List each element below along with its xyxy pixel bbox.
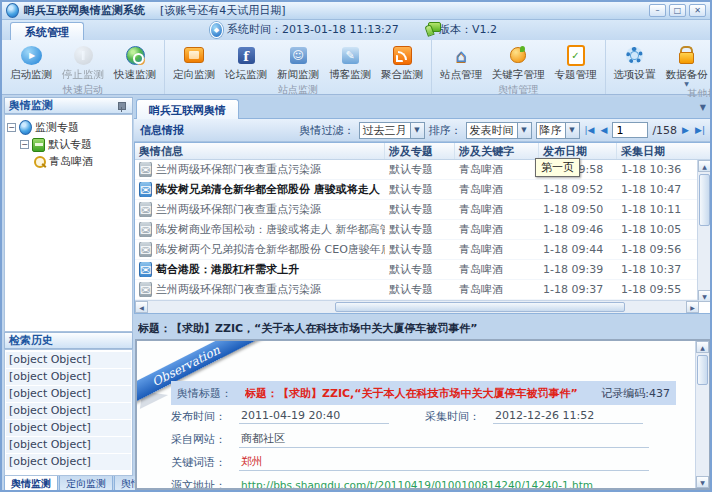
pin-icon[interactable] bbox=[115, 99, 128, 112]
publish-date-cell: 1-18 09:37 bbox=[539, 283, 617, 296]
maximize-button[interactable]: □ bbox=[669, 4, 686, 17]
scroll-up-icon[interactable]: ▲ bbox=[696, 341, 709, 353]
toolbar-group-quick: 启动监测 ▼ 停止监测 ▼ 快速监测 ▼ 快速启动 bbox=[2, 40, 165, 94]
detail-title-value[interactable]: 标题：【求助】ZZIC,“关于本人在科技市场中关大厦停车被罚事件” bbox=[245, 386, 578, 401]
dock-tab[interactable]: 定向监测 bbox=[59, 476, 113, 492]
column-header[interactable]: 涉及关键字 bbox=[455, 143, 539, 159]
opinion-title-cell: 陈发树商业帝国松动：唐骏或将走人 新华都高管减持 bbox=[135, 222, 385, 237]
topic-cell: 默认专题 bbox=[385, 282, 455, 297]
toolbar-button[interactable]: 定向监测 ▼ bbox=[168, 42, 220, 82]
history-item[interactable]: [object Object] bbox=[6, 403, 131, 419]
scrollbar-thumb[interactable] bbox=[699, 174, 710, 226]
history-item[interactable]: [object Object] bbox=[6, 437, 131, 453]
tree-expander-icon[interactable]: − bbox=[20, 140, 29, 149]
collect-date-cell: 1-18 10:11 bbox=[617, 203, 697, 216]
column-header[interactable]: 涉及专题 bbox=[385, 143, 455, 159]
record-code: 记录编码:437 bbox=[601, 386, 670, 401]
topic-tree: − 监测专题 − 默认专题 青岛啤酒 bbox=[4, 114, 133, 332]
mail-icon bbox=[139, 243, 152, 256]
tab-internet-opinion[interactable]: 哨兵互联网舆情 bbox=[136, 99, 239, 119]
tree-expander-icon[interactable]: − bbox=[7, 123, 16, 132]
table-row[interactable]: 萄合港股：港股杠杆需求上升 默认专题 青岛啤酒 1-18 09:39 1-18 … bbox=[135, 260, 711, 280]
table-row[interactable]: 陈发树两个兄弟拟清仓新华都股份 CEO唐骏年底或辞职 默认专题 青岛啤酒 1-1… bbox=[135, 240, 711, 260]
site-label: 采自网站： bbox=[171, 432, 239, 447]
scrollbar-thumb[interactable] bbox=[697, 355, 708, 385]
toolbar-group-other: 选项设置 ▼ 数据备份 ▼ 关于 ▼ bbox=[606, 40, 712, 94]
prev-page-button[interactable]: ◀ bbox=[599, 125, 608, 135]
toolbar-button-icon bbox=[339, 44, 361, 66]
table-horizontal-scrollbar[interactable]: ◀ ▶ bbox=[135, 300, 699, 313]
toolbar-button[interactable]: 聚合监测 ▼ bbox=[376, 42, 428, 82]
next-page-button[interactable]: ▶ bbox=[681, 125, 690, 135]
tree-node-monitor-topics[interactable]: − 监测专题 bbox=[7, 119, 130, 136]
toolbar-button[interactable]: 新闻监测 ▼ bbox=[272, 42, 324, 82]
collect-date-cell: 1-18 10:05 bbox=[617, 223, 697, 236]
toolbar-button-icon bbox=[183, 44, 205, 66]
opinion-title-cell: 兰州两级环保部门夜查重点污染源 bbox=[135, 282, 385, 297]
chevron-down-icon[interactable]: ▼ bbox=[565, 123, 579, 138]
table-row[interactable]: 陈发树商业帝国松动：唐骏或将走人 新华都高管减持 默认专题 青岛啤酒 1-18 … bbox=[135, 220, 711, 240]
opinion-title: 兰州两级环保部门夜查重点污染源 bbox=[156, 162, 321, 177]
toolbar-button[interactable]: 博客监测 ▼ bbox=[324, 42, 376, 82]
close-button[interactable]: ✕ bbox=[689, 4, 706, 17]
sort-select[interactable]: 发表时间 ▼ bbox=[466, 122, 532, 139]
table-row[interactable]: 兰州两级环保部门夜查重点污染源 默认专题 青岛啤酒 1-18 09:58 1-1… bbox=[135, 160, 711, 180]
opinion-title-cell: 陈发树两个兄弟拟清仓新华都股份 CEO唐骏年底或辞职 bbox=[135, 242, 385, 257]
filter-select[interactable]: 过去三月 ▼ bbox=[359, 122, 425, 139]
history-item[interactable]: [object Object] bbox=[6, 420, 131, 436]
toolbar-button[interactable]: 数据备份 ▼ bbox=[661, 42, 712, 86]
toolbar-button-label: 快速监测 bbox=[114, 68, 156, 82]
history-item[interactable]: [object Object] bbox=[6, 369, 131, 385]
detail-vertical-scrollbar[interactable]: ▲ ▼ bbox=[695, 341, 709, 488]
opinion-table: 舆情信息 涉及专题 涉及关键字 发布日期 采集日期 兰州两级环保部门夜查重点污染… bbox=[134, 142, 712, 314]
scroll-down-icon[interactable]: ▼ bbox=[698, 290, 711, 302]
scrollbar-thumb[interactable] bbox=[335, 302, 625, 312]
table-row[interactable]: 陈发树兄弟清仓新华都全部股份 唐骏或将走人 默认专题 青岛啤酒 1-18 09:… bbox=[135, 180, 711, 200]
topic-cell: 默认专题 bbox=[385, 202, 455, 217]
tree-node-default-topic[interactable]: − 默认专题 bbox=[7, 136, 130, 153]
scroll-right-icon[interactable]: ▶ bbox=[686, 301, 699, 313]
chevron-down-icon[interactable]: ▼ bbox=[410, 123, 424, 138]
toolbar-button[interactable]: 关键字管理 ▼ bbox=[487, 42, 550, 82]
toolbar-button[interactable]: 专题管理 ▼ bbox=[550, 42, 602, 82]
scroll-left-icon[interactable]: ◀ bbox=[135, 301, 148, 313]
column-header[interactable]: 采集日期 bbox=[617, 143, 697, 159]
chevron-down-icon[interactable]: ▼ bbox=[517, 123, 531, 138]
history-item[interactable]: [object Object] bbox=[6, 454, 131, 470]
keyword-cell: 青岛啤酒 bbox=[455, 262, 539, 277]
column-header[interactable]: 发布日期 bbox=[539, 143, 617, 159]
toolbar-button-icon bbox=[287, 44, 309, 66]
toolbar-button[interactable]: 快速监测 ▼ bbox=[109, 42, 161, 82]
opinion-title-cell: 萄合港股：港股杠杆需求上升 bbox=[135, 262, 385, 277]
table-vertical-scrollbar[interactable]: ▲ ▼ bbox=[697, 160, 711, 302]
search-history-list: [object Object] [object Object] [object … bbox=[4, 349, 133, 476]
tree-node-keyword[interactable]: 青岛啤酒 bbox=[7, 153, 130, 170]
table-row[interactable]: 兰州两级环保部门夜查重点污染源 默认专题 青岛啤酒 1-18 09:50 1-1… bbox=[135, 200, 711, 220]
column-header[interactable]: 舆情信息 bbox=[135, 143, 385, 159]
first-page-button[interactable]: |◀ bbox=[584, 125, 596, 135]
magnifier-icon bbox=[33, 155, 46, 168]
minimize-button[interactable]: – bbox=[649, 4, 666, 17]
scroll-down-icon[interactable]: ▼ bbox=[696, 476, 709, 488]
tab-system-manage[interactable]: 系统管理 bbox=[10, 22, 84, 40]
collect-date-cell: 1-18 10:47 bbox=[617, 183, 697, 196]
detail-url-row: 源文地址： http://bbs.shangdu.com/t/20110419/… bbox=[171, 474, 676, 490]
chevron-down-icon[interactable]: ▼ bbox=[700, 103, 706, 112]
toolbar-button[interactable]: 启动监测 ▼ bbox=[5, 42, 57, 82]
order-select[interactable]: 降序 ▼ bbox=[536, 122, 580, 139]
tree-node-label: 默认专题 bbox=[48, 137, 92, 152]
history-item[interactable]: [object Object] bbox=[6, 352, 131, 368]
toolbar-button[interactable]: 论坛监测 ▼ bbox=[220, 42, 272, 82]
source-url-link[interactable]: http://bbs.shangdu.com/t/20110419/010010… bbox=[239, 479, 649, 490]
toolbar-button-label: 博客监测 bbox=[329, 68, 371, 82]
last-page-button[interactable]: ▶| bbox=[694, 125, 706, 135]
history-item[interactable]: [object Object] bbox=[6, 386, 131, 402]
toolbar-button[interactable]: 站点管理 ▼ bbox=[435, 42, 487, 82]
toolbar-button[interactable]: 停止监测 ▼ bbox=[57, 42, 109, 82]
page-input[interactable] bbox=[612, 122, 648, 138]
table-row[interactable]: 兰州两级环保部门夜查重点污染源 默认专题 青岛啤酒 1-18 09:37 1-1… bbox=[135, 280, 711, 300]
toolbar-button[interactable]: 选项设置 ▼ bbox=[609, 42, 661, 86]
dock-tab[interactable]: 舆情监测 bbox=[4, 476, 58, 492]
scroll-up-icon[interactable]: ▲ bbox=[698, 160, 711, 172]
mail-icon bbox=[139, 163, 152, 176]
